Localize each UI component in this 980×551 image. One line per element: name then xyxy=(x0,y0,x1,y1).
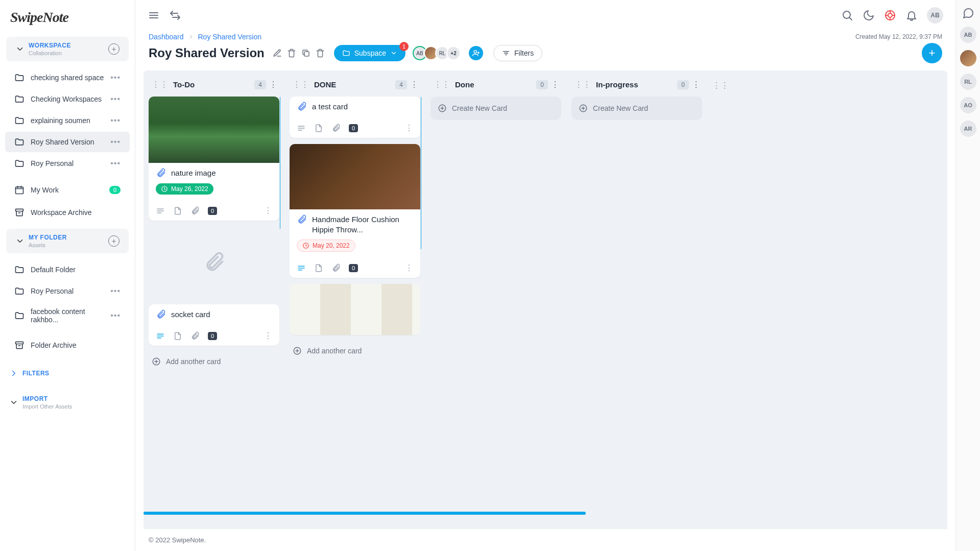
add-workspace-button[interactable]: + xyxy=(108,43,119,55)
copy-icon[interactable] xyxy=(301,49,310,58)
drag-handle-icon[interactable]: ⋮⋮ xyxy=(434,80,450,89)
sidebar-item-roy-shared[interactable]: Roy Shared Version ••• xyxy=(5,132,130,152)
user-avatar[interactable]: AB xyxy=(927,7,943,23)
created-label: Created May 12, 2022, 9:37 PM xyxy=(855,33,942,40)
comment-count[interactable]: 0 xyxy=(349,124,358,132)
item-more-icon[interactable]: ••• xyxy=(110,73,121,82)
filter-icon xyxy=(502,49,510,57)
archive-icon[interactable] xyxy=(316,49,325,58)
text-icon[interactable] xyxy=(297,263,306,273)
column-more-icon[interactable]: ⋮ xyxy=(551,80,559,89)
comment-count[interactable]: 0 xyxy=(208,332,217,340)
workspace-section-header[interactable]: WORKSPACE Collaboration + xyxy=(6,37,129,61)
paperclip-icon[interactable] xyxy=(331,124,341,133)
item-more-icon[interactable]: ••• xyxy=(110,94,121,104)
drag-handle-icon[interactable]: ⋮⋮ xyxy=(293,80,309,89)
column-title: To-Do xyxy=(173,80,254,89)
item-more-icon[interactable]: ••• xyxy=(110,116,121,125)
import-section[interactable]: IMPORT Import Other Assets xyxy=(0,390,135,415)
sidebar-item-checking-shared[interactable]: checking shared space ••• xyxy=(5,67,130,88)
edit-icon[interactable] xyxy=(273,49,282,58)
rail-avatar[interactable]: RL xyxy=(960,74,976,90)
svg-point-9 xyxy=(888,13,892,17)
drag-handle-icon[interactable]: ⋮⋮ xyxy=(712,81,729,90)
rail-avatar[interactable]: AO xyxy=(960,97,976,113)
clock-icon xyxy=(302,242,309,249)
paperclip-icon[interactable] xyxy=(190,206,200,215)
create-card-button[interactable]: Create New Card xyxy=(571,97,702,120)
doc-icon[interactable] xyxy=(314,124,323,133)
rail-avatar[interactable]: AR xyxy=(960,121,976,137)
horizontal-scrollbar[interactable] xyxy=(144,512,586,515)
doc-icon[interactable] xyxy=(173,331,182,341)
paperclip-icon[interactable] xyxy=(331,263,341,273)
sidebar-item-checking-workspaces[interactable]: Checking Workspaces ••• xyxy=(5,89,130,109)
column-more-icon[interactable]: ⋮ xyxy=(692,80,700,89)
myfolder-section-header[interactable]: MY FOLDER Assets + xyxy=(6,229,129,253)
swap-icon[interactable] xyxy=(169,9,181,21)
my-work-item[interactable]: My Work 0 xyxy=(5,180,130,200)
paperclip-icon[interactable] xyxy=(190,331,200,341)
card-test[interactable]: a test card 0 ⋮ xyxy=(290,97,420,138)
column-more-icon[interactable]: ⋮ xyxy=(269,80,277,89)
folder-icon xyxy=(14,265,25,275)
add-folder-button[interactable]: + xyxy=(108,235,119,247)
column-title: In-progress xyxy=(596,80,677,89)
sidebar-item-roy-personal[interactable]: Roy Personal ••• xyxy=(5,153,130,174)
text-icon[interactable] xyxy=(297,124,306,133)
item-more-icon[interactable]: ••• xyxy=(110,137,121,147)
help-icon[interactable] xyxy=(884,9,896,21)
rail-avatar[interactable] xyxy=(960,50,976,66)
menu-icon[interactable] xyxy=(148,9,160,21)
chevron-down-icon xyxy=(9,398,18,407)
card-more-icon[interactable]: ⋮ xyxy=(405,123,413,133)
moon-icon[interactable] xyxy=(863,9,875,21)
breadcrumb-dashboard[interactable]: Dashboard xyxy=(149,33,184,41)
column-more-icon[interactable]: ⋮ xyxy=(410,80,418,89)
card-socket[interactable]: socket card 0 ⋮ xyxy=(149,304,279,346)
chat-icon[interactable] xyxy=(962,7,974,19)
filters-button[interactable]: Filters xyxy=(493,45,542,61)
collaborator-avatars: AB RL +2 xyxy=(416,46,461,60)
add-fab-button[interactable]: + xyxy=(922,43,942,63)
card-more-icon[interactable]: ⋮ xyxy=(405,263,413,273)
search-icon[interactable] xyxy=(841,9,853,21)
text-icon[interactable] xyxy=(156,331,165,341)
text-icon[interactable] xyxy=(156,206,165,215)
sidebar-item-default-folder[interactable]: Default Folder xyxy=(5,259,130,280)
add-person-button[interactable] xyxy=(469,46,483,60)
create-card-button[interactable]: Create New Card xyxy=(431,97,561,120)
doc-icon[interactable] xyxy=(173,206,182,215)
subspace-button[interactable]: Subspace 1 xyxy=(334,45,405,61)
sidebar-item-facebook-content[interactable]: facebook content rakhbo... ••• xyxy=(5,302,130,329)
item-more-icon[interactable]: ••• xyxy=(110,286,121,296)
add-card-button[interactable]: Add another card xyxy=(290,341,420,361)
comment-count[interactable]: 0 xyxy=(349,264,358,272)
filters-section[interactable]: FILTERS xyxy=(0,362,135,385)
sidebar-item-roy-personal-folder[interactable]: Roy Personal ••• xyxy=(5,281,130,301)
card-more-icon[interactable]: ⋮ xyxy=(264,206,272,215)
item-more-icon[interactable]: ••• xyxy=(110,311,121,320)
workspace-archive-item[interactable]: Workspace Archive xyxy=(5,202,130,223)
comment-count[interactable]: 0 xyxy=(208,207,217,215)
sidebar-item-explaining-soumen[interactable]: explaining soumen ••• xyxy=(5,110,130,131)
doc-icon[interactable] xyxy=(314,263,323,273)
card-cushion[interactable]: Handmade Floor Cushion Hippie Throw... M… xyxy=(290,144,420,278)
drag-handle-icon[interactable]: ⋮⋮ xyxy=(152,80,168,89)
card-products[interactable] xyxy=(290,284,420,335)
item-more-icon[interactable]: ••• xyxy=(110,159,121,168)
folder-icon xyxy=(14,310,25,321)
avatar-more[interactable]: +2 xyxy=(446,46,461,60)
column-count: 4 xyxy=(395,80,407,89)
drag-handle-icon[interactable]: ⋮⋮ xyxy=(575,80,591,89)
folder-archive-item[interactable]: Folder Archive xyxy=(5,335,130,355)
trash-icon[interactable] xyxy=(287,49,296,58)
card-nature[interactable]: nature image May 26, 2022 xyxy=(149,97,279,221)
add-card-button[interactable]: Add another card xyxy=(149,352,279,371)
card-more-icon[interactable]: ⋮ xyxy=(264,331,272,341)
rail-avatar[interactable]: AB xyxy=(960,27,976,43)
sidebar-item-label: facebook content rakhbo... xyxy=(31,307,110,324)
sidebar-item-label: Roy Personal xyxy=(31,159,74,167)
bell-icon[interactable] xyxy=(905,9,918,21)
breadcrumb-current[interactable]: Roy Shared Version xyxy=(198,33,262,41)
